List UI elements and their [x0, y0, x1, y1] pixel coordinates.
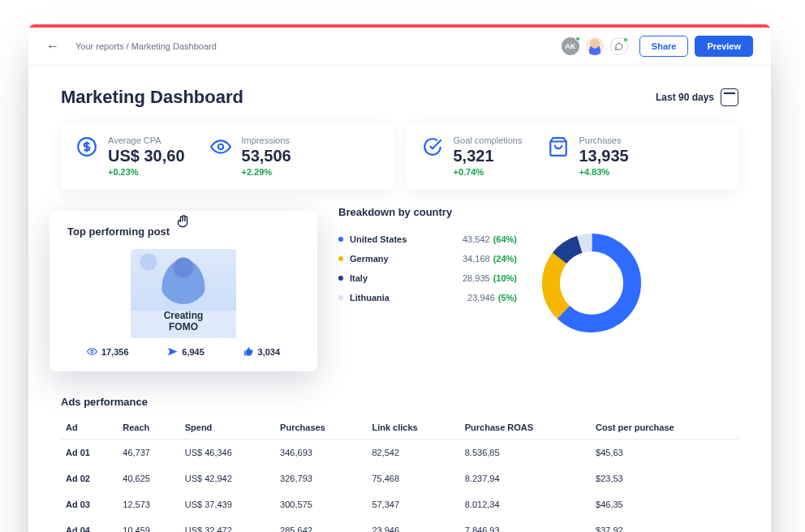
- shopping-bag-icon: [547, 135, 570, 158]
- breadcrumb[interactable]: Your reports / Marketing Dashboard: [75, 41, 217, 51]
- post-thumbnail: CreatingFOMO: [131, 249, 236, 338]
- country-donut-chart: [538, 230, 645, 337]
- ads-performance-section: Ads performance AdReachSpendPurchasesLin…: [61, 396, 738, 532]
- country-list: United States43,542(64%)Germany34,168(24…: [338, 230, 517, 337]
- table-cell: US$ 32,472: [180, 517, 275, 532]
- table-cell: Ad 04: [61, 517, 118, 532]
- table-cell: US$ 37,439: [180, 491, 275, 517]
- country-value: 43,542: [463, 234, 490, 244]
- table-row: Ad 0312,573US$ 37,439300,57557,3478.012,…: [61, 491, 738, 517]
- share-button[interactable]: Share: [639, 36, 689, 57]
- country-row: Germany34,168(24%): [338, 249, 517, 268]
- legend-bullet-icon: [338, 276, 343, 281]
- table-row: Ad 0240,625US$ 42,942326,79375,4688.237,…: [61, 466, 738, 491]
- check-circle-icon: [421, 135, 444, 158]
- table-cell: $45,63: [591, 440, 738, 466]
- table-row: Ad 0410,459US$ 32,472285,64223,9467.846,…: [61, 517, 738, 532]
- svg-point-1: [217, 144, 223, 150]
- country-value: 34,168: [463, 254, 490, 264]
- top-post-card[interactable]: Top performing post CreatingFOMO 17,356 …: [50, 211, 317, 371]
- country-pct: (64%): [493, 234, 517, 244]
- grab-cursor-icon: [174, 212, 192, 234]
- thumbs-up-icon: [243, 346, 254, 357]
- breakdown-section: Breakdown by country United States43,542…: [338, 206, 738, 337]
- table-header: Purchase ROAS: [460, 416, 591, 440]
- table-cell: 57,347: [367, 491, 459, 517]
- avatar-user[interactable]: [586, 37, 604, 55]
- table-header-row: AdReachSpendPurchasesLink clicksPurchase…: [61, 416, 738, 440]
- country-value: 23,946: [467, 293, 495, 302]
- country-name: Germany: [350, 254, 463, 264]
- kpi-delta: +0.23%: [108, 167, 185, 177]
- post-shares: 6,945: [167, 346, 204, 357]
- calendar-icon: [721, 88, 738, 106]
- presence-dot-icon: [600, 37, 604, 41]
- kpi-value: 13,935: [579, 147, 629, 165]
- post-likes: 3,034: [243, 346, 281, 357]
- date-range-label: Last 90 days: [656, 92, 714, 103]
- table-cell: 40,625: [118, 466, 179, 491]
- send-icon: [167, 346, 178, 357]
- kpi-delta: +0.74%: [454, 167, 523, 177]
- legend-bullet-icon: [338, 295, 343, 300]
- country-name: United States: [350, 234, 463, 244]
- kpi-delta: +2.29%: [242, 167, 291, 177]
- table-cell: 8.237,94: [460, 466, 591, 491]
- notification-dot-icon: [623, 37, 628, 42]
- table-cell: Ad 02: [61, 466, 118, 491]
- table-cell: 75,468: [367, 466, 459, 491]
- table-header: Spend: [180, 416, 275, 440]
- page-body: Marketing Dashboard Last 90 days Average…: [28, 66, 771, 532]
- presence-dot-icon: [575, 36, 580, 41]
- table-cell: 326,793: [275, 466, 367, 491]
- country-pct: (5%): [498, 293, 517, 302]
- table-cell: 23,946: [367, 517, 459, 532]
- table-header: Cost per purchase: [591, 416, 738, 440]
- table-cell: Ad 01: [61, 440, 118, 466]
- table-cell: 8.536,85: [460, 440, 591, 466]
- table-cell: 10,459: [118, 517, 179, 532]
- table-cell: 8.012,34: [460, 491, 591, 517]
- country-name: Italy: [350, 273, 463, 283]
- top-bar: ← Your reports / Marketing Dashboard AK …: [28, 28, 771, 66]
- table-row: Ad 0146,737US$ 46,346346,69382,5428.536,…: [61, 440, 738, 466]
- donut-segment: [551, 242, 632, 324]
- ads-table: AdReachSpendPurchasesLink clicksPurchase…: [61, 416, 738, 532]
- country-value: 28,935: [463, 273, 490, 283]
- preview-button[interactable]: Preview: [695, 36, 753, 57]
- chat-icon: [614, 42, 623, 51]
- table-cell: $23,53: [591, 466, 738, 491]
- back-button[interactable]: ←: [46, 39, 61, 54]
- kpi-delta: +4.83%: [579, 167, 629, 177]
- kpi-card: Average CPA US$ 30,60 +0.23% Impressions…: [61, 122, 394, 190]
- presence-avatars: AK: [562, 37, 628, 55]
- country-pct: (10%): [493, 273, 517, 283]
- table-cell: $37,92: [591, 517, 738, 532]
- table-cell: 82,542: [367, 440, 459, 466]
- kpi-label: Impressions: [242, 135, 291, 145]
- table-cell: US$ 46,346: [180, 440, 275, 466]
- avatar-initials[interactable]: AK: [562, 37, 579, 55]
- table-cell: 46,737: [118, 440, 179, 466]
- kpi-label: Average CPA: [108, 135, 185, 145]
- table-header: Ad: [61, 416, 118, 440]
- post-stats: 17,356 6,945 3,034: [67, 346, 299, 357]
- eye-icon: [87, 346, 97, 357]
- table-cell: 7.846,93: [460, 517, 591, 532]
- table-cell: 285,642: [275, 517, 367, 532]
- table-cell: 346,693: [275, 440, 367, 466]
- date-range-picker[interactable]: Last 90 days: [656, 88, 738, 106]
- kpi-impressions: Impressions 53,506 +2.29%: [209, 135, 291, 177]
- section-heading: Breakdown by country: [338, 206, 738, 218]
- table-cell: 12,573: [118, 491, 179, 517]
- kpi-value: 5,321: [454, 147, 523, 165]
- legend-bullet-icon: [338, 237, 343, 242]
- legend-bullet-icon: [338, 256, 343, 261]
- table-cell: Ad 03: [61, 491, 118, 517]
- kpi-value: US$ 30,60: [108, 147, 185, 165]
- kpi-label: Purchases: [579, 135, 629, 145]
- comments-button[interactable]: [610, 37, 628, 55]
- country-name: Lithuania: [350, 293, 467, 302]
- kpi-average-cpa: Average CPA US$ 30,60 +0.23%: [75, 135, 185, 177]
- page-title: Marketing Dashboard: [61, 87, 243, 108]
